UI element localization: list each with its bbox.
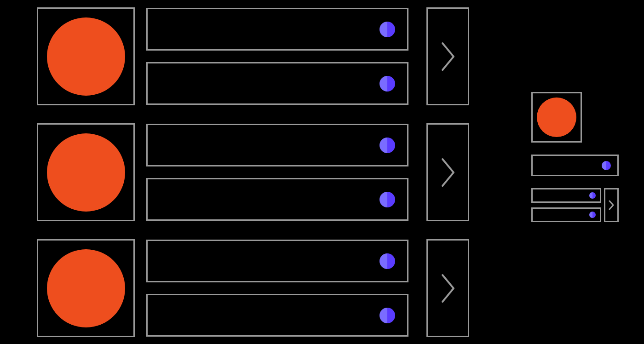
indicator-dot-icon — [380, 253, 395, 269]
disc-icon — [47, 17, 125, 96]
chevron-right-icon — [440, 156, 456, 189]
bar-cell — [146, 62, 408, 105]
chevron-right-icon — [609, 200, 614, 210]
disc-icon — [47, 249, 125, 327]
indicator-dot-icon — [589, 192, 596, 199]
chevron-cell[interactable] — [426, 7, 469, 105]
bars-column — [531, 188, 601, 222]
indicator-dot-icon — [380, 308, 395, 323]
bars-column — [146, 240, 415, 337]
image-cell — [37, 239, 135, 337]
bar-cell — [146, 8, 408, 51]
indicator-dot-icon — [380, 22, 395, 37]
chevron-right-icon — [440, 272, 456, 304]
chevron-cell[interactable] — [426, 239, 469, 337]
bar-cell — [146, 124, 408, 166]
indicator-dot-icon — [380, 192, 395, 207]
indicator-dot-icon — [380, 138, 395, 153]
bar-cell — [531, 207, 601, 222]
chevron-cell[interactable] — [426, 123, 469, 221]
chevron-right-icon — [440, 40, 456, 73]
bar-cell — [146, 294, 408, 337]
bar-cell — [146, 240, 408, 282]
image-cell — [37, 7, 135, 105]
indicator-dot-icon — [380, 76, 395, 92]
disc-icon — [537, 97, 576, 137]
bar-cell — [531, 188, 601, 203]
indicator-dot-icon — [589, 212, 596, 218]
image-cell — [37, 123, 135, 221]
group-row — [37, 239, 469, 337]
bar-cell — [531, 155, 619, 176]
diagram-stage — [0, 0, 644, 344]
indicator-dot-icon — [602, 161, 611, 170]
bars-column — [146, 124, 415, 221]
disc-icon — [47, 133, 125, 212]
group-row — [37, 7, 469, 105]
bar-cell — [146, 178, 408, 221]
bars-column — [146, 8, 415, 105]
mini-strip — [531, 188, 619, 222]
image-cell — [531, 92, 582, 143]
group-row — [37, 123, 469, 221]
mini-composite — [531, 92, 619, 222]
chevron-cell[interactable] — [604, 188, 619, 222]
